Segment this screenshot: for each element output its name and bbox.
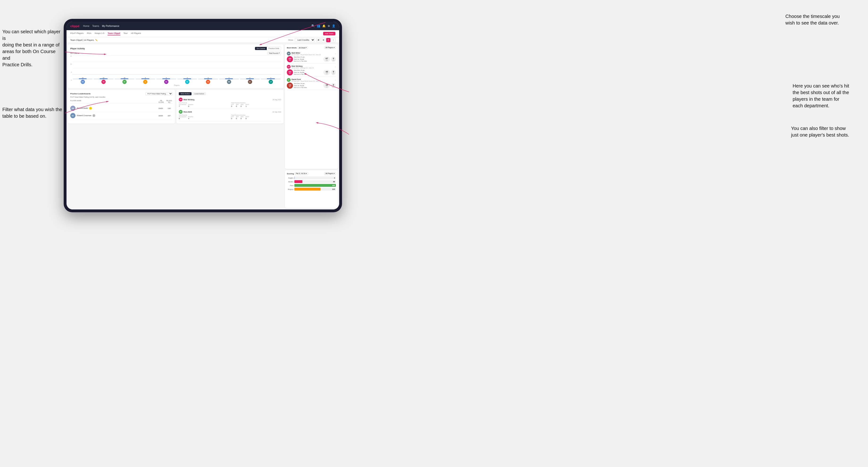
annotation-timescale: Choose the timescale youwish to see the …	[785, 13, 840, 26]
player-avg-score: 107	[165, 115, 173, 117]
active-player-date: 26 Aug 2023	[272, 99, 281, 100]
tablet-screen: clippd Home Teams My Performance 🔍 👥 🔔 ⊕…	[66, 22, 339, 210]
nav-links: Home Teams My Performance	[83, 25, 311, 27]
scoring-bars: Eagles 3 Birdies 96	[287, 177, 336, 191]
shot-zero-pill: 0 yds	[331, 70, 336, 75]
shot-player-name: Matt Miller	[291, 52, 334, 54]
tab-team-clippd[interactable]: Team Clippd	[107, 32, 120, 35]
chart-filter-label: Total Rounds	[269, 52, 278, 54]
avatar-d-ford: DF	[122, 80, 127, 84]
shot-zero-pill: 0 yds	[331, 57, 336, 62]
left-panel: Player Activity On Course Practice Drill…	[66, 43, 285, 210]
user-circle-icon[interactable]: 👤	[332, 24, 335, 28]
tab-hcaps[interactable]: Hcaps 1-5	[95, 32, 104, 35]
chevron-down-icon: ▾	[334, 47, 335, 49]
avatar-david-ford-shot: DF	[287, 78, 290, 82]
active-player-name: Rees Britt	[184, 111, 272, 113]
shot-badge: 200SG	[287, 56, 293, 62]
most-active-tab[interactable]: Most Active	[179, 92, 191, 95]
shot-badge: 200SG	[287, 69, 293, 75]
scoring-filter-button[interactable]: Par 3, 4 & 5s ▾	[295, 172, 308, 175]
show-label: Show:	[288, 39, 293, 41]
player-activity-card: Player Activity On Course Practice Drill…	[68, 44, 283, 88]
scoring-bar-label: Eagles	[287, 177, 293, 179]
add-team-button[interactable]: Add Team	[323, 32, 335, 35]
drill-dropdown[interactable]: PUTT Must Make Putting ...	[145, 92, 173, 95]
chart-filter-button[interactable]: Total Rounds ▾	[267, 52, 281, 55]
nav-logo: clippd	[70, 24, 79, 28]
players-filter-button[interactable]: All Players ▾	[324, 46, 336, 49]
player-info-richard-butler: Richard Butler 1	[77, 107, 156, 110]
view-grid2-button[interactable]: ⊟	[321, 38, 326, 42]
bell-icon[interactable]: 🔔	[322, 24, 326, 28]
chevron-right-icon[interactable]: ›	[335, 66, 336, 68]
annotation-filter: Filter what data you wish thetable to be…	[2, 106, 62, 119]
active-player-date: 02 Sep 2023	[272, 111, 281, 113]
view-grid4-button[interactable]: ⊞	[316, 38, 320, 42]
player-name: Richard Butler	[77, 107, 88, 109]
avatar-rees-britt: RB	[179, 110, 183, 114]
least-active-tab[interactable]: Least Active	[192, 92, 206, 95]
team-header: Team Clippd | 14 Players ✏️ Show: Last 3…	[66, 37, 339, 43]
nav-home[interactable]: Home	[83, 25, 89, 27]
view-heartlist-button[interactable]: ♥	[326, 38, 331, 42]
chart-area: 13 12	[72, 55, 281, 86]
shot-item-david-ford: DF David Ford 24 Aug 2023 · Royal North …	[287, 77, 336, 90]
scoring-bar-pars: Pars 499	[287, 184, 336, 187]
on-course-toggle[interactable]: On Course	[255, 47, 267, 50]
grid-overlay	[72, 55, 281, 74]
edit-icon[interactable]: ✏️	[95, 39, 98, 41]
practice-title: Practice Leaderboards	[70, 93, 91, 95]
avatar-g-billingham: GB	[185, 80, 189, 84]
shot-player-name: David Ford	[291, 78, 334, 81]
bar-m-miller: 3	[219, 77, 239, 79]
practice-drills-toggle[interactable]: Practice Drills	[267, 47, 281, 50]
time-filter-dropdown[interactable]: Last 3 months Last 6 months Last year	[295, 38, 315, 42]
col-player-name: PLAYER NAME	[70, 100, 157, 103]
nav-my-performance[interactable]: My Performance	[102, 25, 119, 27]
avatar-r-britt: RB	[101, 80, 106, 84]
scoring-bar-birdies: Birdies 96	[287, 180, 336, 183]
best-shots-title: Best Shots	[287, 47, 297, 49]
active-tabs: Most Active Least Active	[179, 92, 281, 95]
chevron-right-icon[interactable]: ›	[335, 52, 336, 55]
sub-nav-tabs: PGAT Players PGA Hcaps 1-5 Team Clippd T…	[70, 32, 323, 35]
player-activity-title: Player Activity	[70, 48, 85, 50]
tab-pga[interactable]: PGA	[87, 32, 91, 35]
scoring-filter-label: Par 3, 4 & 5s	[296, 173, 305, 174]
rank-badge-1: 1	[89, 107, 92, 110]
y-axis: 15 10 5 0	[70, 55, 72, 86]
nav-teams[interactable]: Teams	[92, 25, 99, 27]
toggle-group: On Course Practice Drills	[255, 47, 281, 50]
top-nav: clippd Home Teams My Performance 🔍 👥 🔔 ⊕…	[66, 22, 339, 30]
shot-dist-pill: 16 yds	[323, 83, 330, 88]
plus-circle-icon[interactable]: ⊕	[328, 24, 330, 28]
users-icon[interactable]: 👥	[317, 24, 320, 28]
avatar-blair-mcharg-shot: BM	[287, 65, 290, 69]
x-axis-label: Players	[72, 85, 281, 86]
scoring-players-filter-button[interactable]: All Players ▾	[324, 172, 336, 175]
bottom-panels: Practice Leaderboards PUTT Must Make Put…	[68, 90, 283, 124]
avatar-l-robertson: LR	[269, 80, 273, 84]
chevron-right-icon[interactable]: ›	[335, 79, 336, 81]
practice-subtitle: PUTT Must Make Putting (3-6 ft), Last 3 …	[70, 96, 173, 98]
scoring-bar-label: Bogeys	[287, 188, 293, 190]
bar-r-butler: 3	[198, 77, 218, 79]
avatar-e-crossman: EC	[248, 80, 252, 84]
col-pb-score: PB SCORE	[158, 100, 165, 103]
shot-info: Shot Dist: 16 yds Start Lie: Rough End L…	[294, 83, 322, 88]
tab-pgat-players[interactable]: PGAT Players	[70, 32, 84, 35]
bar-g-billingham: 4	[177, 77, 197, 79]
player-name: Edward Crossman	[77, 115, 92, 117]
chart-section-header: On Course Total Rounds ▾	[70, 52, 281, 55]
shots-filter-button[interactable]: All Shots ▾	[298, 46, 308, 49]
bar-l-robertson: 2	[261, 77, 281, 79]
practice-leaderboards-card: Practice Leaderboards PUTT Must Make Put…	[68, 90, 175, 124]
bar-b-mcharg: 13	[73, 77, 93, 79]
search-icon[interactable]: 🔍	[311, 24, 315, 28]
shot-info: Shot Dist: 43 yds Start Lie: Rough End L…	[294, 69, 322, 75]
tab-all-players[interactable]: All Players	[131, 32, 141, 35]
tab-tour[interactable]: Tour	[124, 32, 128, 35]
view-settings-button[interactable]: ⋮	[331, 38, 335, 42]
avatar-richard-butler: RB	[70, 106, 75, 111]
